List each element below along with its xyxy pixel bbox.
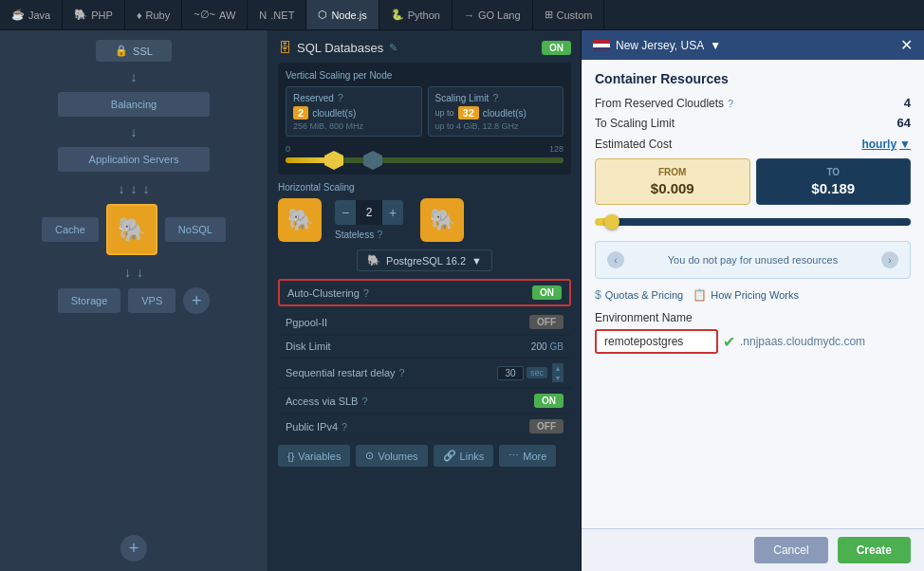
vps-button[interactable]: VPS bbox=[128, 288, 176, 313]
from-cost-card: FROM $0.009 bbox=[595, 158, 750, 205]
volumes-button[interactable]: ⊙ Volumes bbox=[356, 445, 427, 467]
center-arrow-icon: ↓ bbox=[131, 181, 138, 196]
pgpool-row: Pgpool-II OFF bbox=[278, 310, 571, 335]
nosql-button[interactable]: NoSQL bbox=[165, 217, 226, 242]
tab-java[interactable]: ☕ Java bbox=[0, 0, 63, 29]
edit-icon[interactable]: ✎ bbox=[389, 42, 397, 54]
balancing-button[interactable]: Balancing bbox=[58, 92, 210, 117]
ipv4-help-icon[interactable]: ? bbox=[342, 421, 347, 433]
scaling-help-icon[interactable]: ? bbox=[492, 92, 498, 103]
region-dropdown-icon: ▼ bbox=[710, 39, 721, 52]
dotnet-icon: N bbox=[259, 9, 267, 21]
cost-cards: FROM $0.009 TO $0.189 bbox=[595, 158, 911, 205]
slb-help-icon[interactable]: ? bbox=[361, 396, 367, 407]
reserved-slider-handle[interactable] bbox=[324, 151, 343, 170]
cache-button[interactable]: Cache bbox=[42, 217, 99, 242]
vertical-scaling-section: Vertical Scaling per Node Reserved ? 2 c… bbox=[278, 63, 571, 175]
slb-row: Access via SLB ? ON bbox=[278, 389, 571, 414]
disk-limit-row: Disk Limit 200 GB bbox=[278, 336, 571, 358]
tab-golang[interactable]: → GO Lang bbox=[453, 0, 533, 29]
from-cloudlets-row: From Reserved Cloudlets ? 4 bbox=[595, 96, 911, 110]
more-icon: ⋯ bbox=[508, 450, 519, 462]
storage-button[interactable]: Storage bbox=[58, 288, 121, 313]
slb-toggle[interactable]: ON bbox=[534, 394, 564, 408]
auto-cluster-help-icon[interactable]: ? bbox=[363, 287, 369, 299]
stateless-help-icon[interactable]: ? bbox=[377, 229, 382, 240]
python-icon: 🐍 bbox=[391, 9, 404, 21]
range-slider-thumb[interactable] bbox=[604, 214, 619, 230]
ssl-button[interactable]: 🔒 SSL bbox=[96, 40, 172, 62]
tab-nodejs[interactable]: ⬡ Node.js bbox=[306, 0, 379, 29]
cache-nosql-row: Cache 🐘 NoSQL bbox=[42, 204, 226, 255]
restart-help-icon[interactable]: ? bbox=[399, 367, 405, 378]
from-cloudlets-help-icon[interactable]: ? bbox=[728, 98, 733, 109]
quotas-icon: $ bbox=[595, 288, 601, 302]
tab-python[interactable]: 🐍 Python bbox=[379, 0, 453, 29]
resources-title: Container Resources bbox=[595, 71, 911, 86]
app-servers-button[interactable]: Application Servers bbox=[58, 147, 210, 172]
reserved-help-icon[interactable]: ? bbox=[338, 92, 343, 103]
quotas-pricing-link[interactable]: $ Quotas & Pricing bbox=[595, 288, 683, 302]
restart-up-btn[interactable]: ▲ bbox=[552, 363, 564, 373]
how-pricing-works-link[interactable]: 📋 How Pricing Works bbox=[693, 288, 799, 302]
env-name-section: Environment Name ✔ .nnjpaas.cloudmydc.co… bbox=[595, 311, 911, 354]
left2-arrow-icon: ↓ bbox=[124, 265, 131, 280]
region-selector[interactable]: New Jersey, USA ▼ bbox=[593, 39, 721, 52]
scaling-slider[interactable] bbox=[286, 157, 564, 163]
stepper-decrease[interactable]: − bbox=[335, 200, 356, 225]
links-icon: 🔗 bbox=[443, 450, 456, 462]
pgpool-toggle[interactable]: OFF bbox=[529, 315, 564, 329]
prev-arrow-button[interactable]: ‹ bbox=[607, 251, 624, 268]
scaling-boxes: Reserved ? 2 cloudlet(s) 256 MiB, 800 MH… bbox=[286, 86, 564, 137]
tab-dotnet[interactable]: N .NET bbox=[248, 0, 306, 29]
variables-icon: {} bbox=[287, 451, 294, 462]
node-count-stepper[interactable]: − 2 + bbox=[335, 200, 403, 225]
postgres-version-row: 🐘 PostgreSQL 16.2 ▼ bbox=[278, 249, 571, 279]
close-button[interactable]: ✕ bbox=[900, 36, 913, 54]
right-panel: New Jersey, USA ▼ ✕ Container Resources … bbox=[582, 30, 924, 571]
env-name-input[interactable] bbox=[595, 329, 718, 354]
panel-header: 🗄 SQL Databases ✎ ON bbox=[278, 40, 571, 55]
tab-aw[interactable]: ~∅~ AW bbox=[182, 0, 248, 29]
cost-period-dropdown[interactable]: hourly ▼ bbox=[861, 138, 911, 151]
restart-value-input[interactable] bbox=[497, 366, 524, 380]
tab-php[interactable]: 🐘 PHP bbox=[63, 0, 125, 29]
postgres-icon-button[interactable]: 🐘 bbox=[106, 204, 157, 255]
bottom-toolbar: {} Variables ⊙ Volumes 🔗 Links ⋯ More bbox=[278, 445, 571, 467]
cost-range-slider[interactable] bbox=[595, 214, 911, 233]
storage-vps-row: Storage VPS + bbox=[58, 287, 211, 314]
create-button[interactable]: Create bbox=[838, 537, 911, 563]
next-arrow-button[interactable]: › bbox=[881, 251, 898, 268]
lock-icon: 🔒 bbox=[115, 45, 128, 57]
scaling-limit-box: Scaling Limit ? up to 32 cloudlet(s) up … bbox=[428, 86, 564, 137]
golang-icon: → bbox=[464, 9, 474, 21]
auto-cluster-toggle[interactable]: ON bbox=[532, 286, 562, 300]
postgres-version-dropdown[interactable]: 🐘 PostgreSQL 16.2 ▼ bbox=[357, 249, 492, 271]
restart-down-btn[interactable]: ▼ bbox=[552, 373, 564, 382]
restart-spinners: ▲ ▼ bbox=[552, 363, 564, 382]
variables-button[interactable]: {} Variables bbox=[278, 445, 350, 467]
stepper-increase[interactable]: + bbox=[382, 200, 403, 225]
quotas-row: $ Quotas & Pricing 📋 How Pricing Works bbox=[595, 288, 911, 302]
ipv4-row: Public IPv4 ? OFF bbox=[278, 414, 571, 439]
postgres-big-icon: 🐘 bbox=[278, 198, 322, 242]
add-section-button[interactable]: + bbox=[120, 535, 147, 562]
more-button[interactable]: ⋯ More bbox=[499, 445, 556, 467]
panel-title: 🗄 SQL Databases ✎ bbox=[278, 40, 397, 55]
left-arrow-icon: ↓ bbox=[119, 181, 125, 196]
bottom-bar: Cancel Create bbox=[582, 528, 924, 571]
ipv4-toggle[interactable]: OFF bbox=[529, 419, 564, 433]
tab-ruby[interactable]: ♦ Ruby bbox=[125, 0, 182, 29]
cancel-button[interactable]: Cancel bbox=[754, 537, 827, 563]
tab-custom[interactable]: ⊞ Custom bbox=[533, 0, 605, 29]
to-scaling-row: To Scaling Limit 64 bbox=[595, 116, 911, 130]
add-node-button[interactable]: + bbox=[183, 287, 210, 314]
limit-slider-handle[interactable] bbox=[363, 151, 382, 170]
sql-toggle[interactable]: ON bbox=[542, 41, 571, 55]
us-flag-icon bbox=[593, 40, 610, 51]
ruby-icon: ♦ bbox=[137, 9, 142, 21]
pricing-icon: 📋 bbox=[693, 288, 707, 302]
aw-icon: ~∅~ bbox=[194, 9, 215, 21]
right-header: New Jersey, USA ▼ ✕ bbox=[582, 30, 924, 60]
links-button[interactable]: 🔗 Links bbox=[434, 445, 494, 467]
